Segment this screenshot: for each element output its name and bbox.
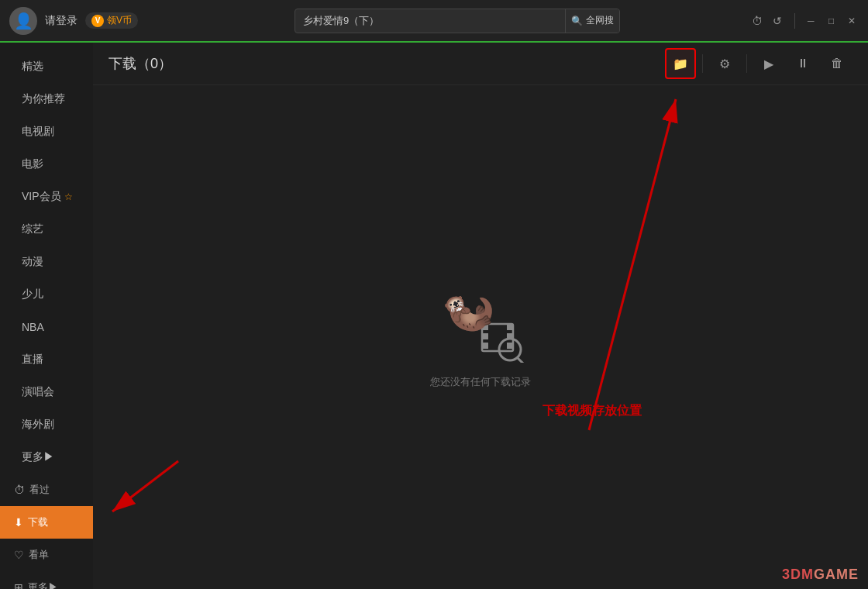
titlebar-right: ⏱ ↺ ─ □ ✕ xyxy=(750,10,859,32)
sidebar-item-concert[interactable]: 演唱会 xyxy=(0,376,93,408)
sidebar-top: 精选 为你推荐 电视剧 电影 VIP会员 ☆ 综艺 动漫 少儿 xyxy=(0,50,93,474)
sidebar-bottom: ⏱ 看过 ⬇ 下载 ♡ 看单 ⊞ 更多▶ xyxy=(0,474,93,589)
download-title: 下载（0） xyxy=(108,54,172,73)
avatar[interactable]: 👤 xyxy=(9,7,37,35)
sidebar-item-label: 演唱会 xyxy=(22,385,54,399)
content-header: 下载（0） 📁 ⚙ ▶ ⏸ 🗑 xyxy=(93,43,868,85)
sidebar-item-tv[interactable]: 电视剧 xyxy=(0,115,93,148)
restore-button[interactable]: □ xyxy=(824,10,838,32)
search-button[interactable]: 🔍 全网搜 xyxy=(565,9,619,33)
play-button[interactable]: ▶ xyxy=(753,48,784,79)
close-icon: ✕ xyxy=(848,16,856,26)
titlebar-left: 👤 请登录 V 领V币 xyxy=(9,7,164,35)
minimize-icon: ─ xyxy=(808,16,815,26)
login-button[interactable]: 请登录 xyxy=(45,14,78,28)
coin-badge[interactable]: V 领V币 xyxy=(85,12,138,29)
search-button-label: 全网搜 xyxy=(586,14,614,27)
grid-icon: ⊞ xyxy=(14,581,23,589)
sidebar-item-recommended[interactable]: 为你推荐 xyxy=(0,83,93,115)
vip-star-icon: ☆ xyxy=(64,191,73,202)
titlebar: 👤 请登录 V 领V币 🔍 全网搜 ⏱ ↺ ─ □ xyxy=(0,0,868,43)
watermark-game: GAME xyxy=(814,567,859,582)
sidebar-item-label: 海外剧 xyxy=(22,418,54,432)
delete-button[interactable]: 🗑 xyxy=(822,48,852,79)
coin-label: 领V币 xyxy=(107,14,132,27)
sidebar-item-nba[interactable]: NBA xyxy=(0,311,93,343)
search-icon: 🔍 xyxy=(571,16,583,26)
sidebar-item-more-bottom[interactable]: ⊞ 更多▶ xyxy=(0,571,93,589)
sidebar-item-label: 少儿 xyxy=(22,288,43,301)
search-input[interactable] xyxy=(295,15,565,26)
sidebar-item-history[interactable]: ⏱ 看过 xyxy=(0,474,93,506)
svg-rect-3 xyxy=(482,343,488,349)
action-separator xyxy=(702,54,703,73)
sidebar-item-movies[interactable]: 电影 xyxy=(0,148,93,181)
sidebar-item-label: 动漫 xyxy=(22,255,43,269)
sidebar-item-label: 更多▶ xyxy=(22,450,54,464)
minimize-button[interactable]: ─ xyxy=(804,10,818,32)
titlebar-separator xyxy=(794,13,795,29)
sidebar-item-label: 精选 xyxy=(22,60,43,74)
empty-illustration: 🦦 xyxy=(434,285,527,363)
sidebar-item-label: 更多▶ xyxy=(28,580,58,589)
watermark: 3DMGAME xyxy=(782,567,859,583)
folder-button[interactable]: 📁 xyxy=(665,48,696,79)
content-area: 下载（0） 📁 ⚙ ▶ ⏸ 🗑 xyxy=(93,43,868,589)
sidebar-item-download[interactable]: ⬇ 下载 xyxy=(0,506,93,539)
watermark-text: 3DM xyxy=(782,567,814,582)
mascot-icon: 🦦 xyxy=(442,285,495,336)
sidebar-item-label: 看过 xyxy=(29,483,50,497)
empty-state: 🦦 您还没有任何下载记录 xyxy=(93,85,868,589)
sidebar-item-label: NBA xyxy=(22,321,44,333)
history-icon: ⏱ xyxy=(752,15,763,27)
sidebar-item-variety[interactable]: 综艺 xyxy=(0,213,93,246)
sidebar-item-overseas[interactable]: 海外剧 xyxy=(0,408,93,441)
close-button[interactable]: ✕ xyxy=(845,10,859,32)
sidebar-item-label: 下载 xyxy=(28,515,48,529)
sidebar-item-more[interactable]: 更多▶ xyxy=(0,441,93,474)
svg-rect-4 xyxy=(507,324,513,330)
sidebar-item-label: 为你推荐 xyxy=(22,92,65,106)
sidebar-item-label: 直播 xyxy=(22,353,43,367)
sidebar-item-vip[interactable]: VIP会员 ☆ xyxy=(0,181,93,213)
delete-icon: 🗑 xyxy=(831,57,843,71)
svg-line-8 xyxy=(518,358,525,363)
sidebar-item-live[interactable]: 直播 xyxy=(0,343,93,376)
titlebar-center: 🔍 全网搜 xyxy=(164,9,750,33)
sidebar-item-label: 电视剧 xyxy=(22,125,54,139)
play-icon: ▶ xyxy=(764,57,773,71)
folder-icon: 📁 xyxy=(673,57,688,71)
history-icon: ⏱ xyxy=(14,484,25,496)
sidebar-item-anime[interactable]: 动漫 xyxy=(0,246,93,278)
search-bar: 🔍 全网搜 xyxy=(294,9,620,33)
header-actions: 📁 ⚙ ▶ ⏸ 🗑 xyxy=(665,48,852,79)
settings-button[interactable]: ⚙ xyxy=(709,48,740,79)
pause-button[interactable]: ⏸ xyxy=(787,48,818,79)
pause-icon: ⏸ xyxy=(797,57,809,71)
refresh-icon: ↺ xyxy=(773,15,782,27)
action-separator2 xyxy=(746,54,747,73)
heart-icon: ♡ xyxy=(14,549,24,561)
download-icon: ⬇ xyxy=(14,516,23,529)
sidebar-item-featured[interactable]: 精选 xyxy=(0,50,93,83)
restore-icon: □ xyxy=(828,16,834,26)
sidebar-item-label: VIP会员 xyxy=(22,190,61,204)
sidebar-item-kids[interactable]: 少儿 xyxy=(0,278,93,311)
refresh-button[interactable]: ↺ xyxy=(770,10,784,32)
sidebar-item-label: 电影 xyxy=(22,157,43,171)
empty-text: 您还没有任何下载记录 xyxy=(430,375,531,389)
sidebar-item-watchlist[interactable]: ♡ 看单 xyxy=(0,539,93,571)
avatar-icon: 👤 xyxy=(14,12,33,30)
svg-rect-6 xyxy=(507,343,513,349)
history-button[interactable]: ⏱ xyxy=(750,10,764,32)
main-layout: 精选 为你推荐 电视剧 电影 VIP会员 ☆ 综艺 动漫 少儿 xyxy=(0,43,868,589)
sidebar-item-label: 综艺 xyxy=(22,222,43,236)
sidebar: 精选 为你推荐 电视剧 电影 VIP会员 ☆ 综艺 动漫 少儿 xyxy=(0,43,93,589)
coin-icon: V xyxy=(91,15,104,27)
sidebar-item-label: 看单 xyxy=(29,548,49,562)
settings-icon: ⚙ xyxy=(719,57,730,71)
